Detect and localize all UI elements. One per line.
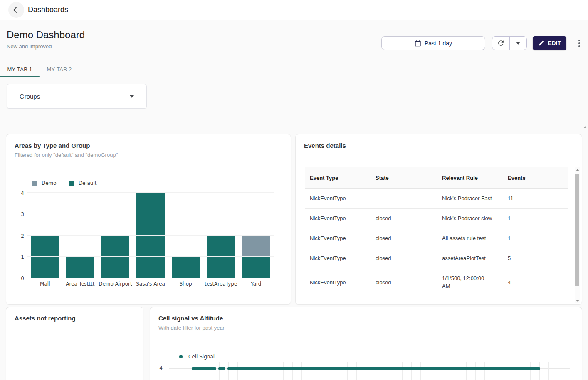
column-header-label: Relevant Rule [442, 175, 478, 181]
events-table-scrollbar[interactable] [575, 167, 580, 303]
areas-plot: MallArea TesttttDemo AirportSasa's AreaS… [27, 193, 274, 278]
y-gridline [27, 256, 274, 257]
table-cell-text: 5 [508, 254, 518, 262]
bar-segment-default[interactable] [207, 236, 235, 278]
kebab-icon [578, 40, 580, 41]
x-tick-label: Yard [238, 281, 274, 287]
bar-segment-default[interactable] [66, 257, 94, 278]
back-button[interactable] [8, 2, 24, 18]
table-cell: closed [367, 248, 434, 268]
scroll-down-arrow-icon[interactable] [575, 298, 580, 303]
table-cell: NickEventType [305, 228, 367, 248]
assets-not-reporting-card: Assets not reporting [6, 307, 143, 380]
table-cell-text: 1 [508, 234, 518, 242]
scatter-legend-item[interactable]: Cell Signal [179, 354, 215, 360]
table-row[interactable]: NickEventTypeclosedNick's Podracer slow1 [305, 209, 568, 228]
column-header-label: Events [508, 175, 526, 181]
card-subtitle: Filtered for only "default" and "demoGro… [15, 152, 118, 158]
table-cell-text: assetAreaPlotTest [442, 254, 493, 262]
table-cell: 1/1/500, 12:00:00 AM [434, 268, 500, 296]
refresh-icon [497, 39, 505, 47]
table-cell-text: NickEventType [310, 194, 353, 202]
x-tick-label: Demo Airport [98, 281, 133, 287]
more-options-button[interactable] [576, 38, 583, 48]
refresh-button-group [492, 36, 527, 50]
table-cell [367, 189, 434, 208]
x-tick-label: testAreaType [203, 281, 239, 287]
refresh-button[interactable] [492, 37, 509, 50]
card-title: Events details [304, 142, 346, 149]
table-cell-text: NickEventType [310, 278, 353, 286]
table-cell: Nick's Podracer Fast [434, 189, 500, 208]
card-title: Areas by Type and Group [15, 142, 90, 149]
table-cell: NickEventType [305, 268, 367, 296]
scatter-gridlines [192, 362, 575, 380]
bar-slot-sasa-s-area [133, 193, 168, 278]
legend-dot-icon [179, 355, 183, 358]
table-row[interactable]: NickEventTypeclosed1/1/500, 12:00:00 AM4 [305, 268, 568, 296]
bar-segment-default[interactable] [31, 236, 59, 278]
table-cell: closed [367, 268, 434, 296]
column-header-event-type: Event Type [305, 167, 367, 188]
groups-select[interactable]: Groups [7, 84, 147, 109]
bar-segment-default[interactable] [101, 236, 129, 278]
table-cell-text: Nick's Podracer Fast [442, 194, 499, 202]
table-cell-text: closed [376, 278, 399, 286]
scatter-points-segment[interactable] [192, 367, 216, 370]
column-header-events: Events [500, 167, 568, 188]
bar-slot-mall [27, 193, 63, 278]
bar-segment-demo[interactable] [242, 236, 270, 257]
page-scroll-arrow-icon[interactable] [583, 126, 587, 128]
table-cell-text: 1 [508, 214, 518, 222]
table-row[interactable]: NickEventTypeclosedassetAreaPlotTest5 [305, 248, 568, 268]
x-tick-label: Mall [27, 281, 63, 287]
tabs: MY TAB 1MY TAB 2 [0, 62, 588, 77]
page-title: Demo Dashboard [7, 29, 85, 41]
table-row[interactable]: NickEventTypeclosedAll assets rule test1 [305, 228, 568, 248]
bar-slot-yard [238, 193, 274, 278]
events-details-card: Events details Event TypeStateRelevant R… [295, 134, 582, 305]
y-tick-label: 4 [16, 190, 24, 196]
table-cell-text: 1/1/500, 12:00:00 AM [442, 274, 500, 290]
refresh-options-button[interactable] [509, 37, 527, 50]
edit-button[interactable]: EDIT [533, 36, 566, 50]
table-cell-text: 4 [508, 278, 518, 286]
scatter-points-segment[interactable] [218, 367, 226, 370]
bar-segment-default[interactable] [136, 193, 165, 278]
table-cell-text: closed [376, 254, 399, 262]
table-cell: 1 [500, 209, 568, 228]
table-cell-text: NickEventType [310, 254, 353, 262]
table-cell: assetAreaPlotTest [434, 248, 500, 268]
table-cell-text: closed [376, 214, 399, 222]
legend-item-demo[interactable]: Demo [32, 180, 57, 186]
scrollbar-thumb[interactable] [575, 174, 579, 286]
edit-button-label: EDIT [548, 40, 561, 46]
events-table-body: NickEventTypeNick's Podracer Fast11NickE… [305, 189, 568, 296]
app-bar-title: Dashboards [28, 5, 68, 14]
scroll-up-arrow-icon[interactable] [575, 167, 580, 173]
app-bar: Dashboards [0, 0, 588, 20]
x-tick-label: Sasa's Area [133, 281, 168, 287]
date-range-label: Past 1 day [425, 40, 452, 47]
column-header-relevant-rule: Relevant Rule [434, 167, 500, 188]
tab-my-tab-1[interactable]: MY TAB 1 [0, 62, 40, 77]
table-row[interactable]: NickEventTypeNick's Podracer Fast11 [305, 189, 568, 209]
bar-segment-default[interactable] [172, 257, 200, 278]
areas-by-type-card: Areas by Type and Group Filtered for onl… [6, 134, 291, 305]
scatter-plot: 4 [150, 361, 583, 380]
date-range-button[interactable]: Past 1 day [381, 36, 485, 50]
card-subtitle: With date filter for past year [158, 325, 225, 331]
scatter-points-segment[interactable] [227, 367, 540, 370]
legend-label: Default [79, 180, 97, 186]
table-cell-text: NickEventType [310, 234, 353, 242]
y-gridline [27, 214, 274, 214]
chevron-down-icon [516, 42, 520, 45]
tab-my-tab-2[interactable]: MY TAB 2 [40, 62, 79, 77]
bar-segment-default[interactable] [242, 257, 270, 278]
table-cell: Nick's Podracer slow [434, 209, 500, 228]
events-table-header: Event TypeStateRelevant RuleEvents [305, 167, 568, 189]
table-cell: closed [367, 209, 434, 228]
tab-label: MY TAB 2 [47, 66, 72, 72]
legend-item-default[interactable]: Default [69, 180, 97, 186]
dashboard-page: Demo Dashboard New and improved Past 1 d… [0, 20, 588, 380]
